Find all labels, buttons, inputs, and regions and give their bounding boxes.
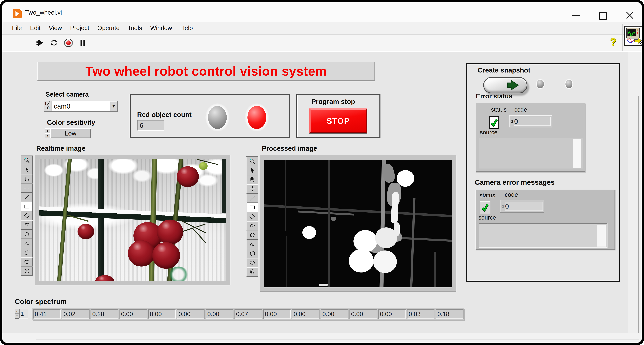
realtime-image-canvas[interactable]	[39, 159, 226, 281]
rotated-rect-tool[interactable]	[246, 212, 258, 221]
realtime-image-toolbar	[21, 155, 33, 276]
camera-dropdown[interactable]: I 0 cam0 ▼	[44, 101, 118, 112]
select-tool[interactable]	[246, 166, 258, 175]
point-tool[interactable]	[246, 184, 258, 194]
menu-project[interactable]: Project	[70, 24, 89, 31]
window-title: Two_wheel.vi	[25, 2, 62, 21]
spectrum-index-spinner: ▲ ▼	[15, 309, 19, 319]
rotated-rect-tool-icon	[23, 212, 30, 219]
menu-bar: FileEditViewProjectOperateToolsWindowHel…	[2, 21, 642, 35]
line-tool-icon	[249, 195, 256, 202]
status-indicator	[489, 116, 499, 129]
spectrum-cell: 0.00	[292, 310, 320, 319]
rotated-rect-tool[interactable]	[21, 211, 33, 220]
line-tool[interactable]	[21, 193, 33, 202]
spectrum-cell: 0.07	[234, 310, 262, 319]
toolbar-divider	[622, 24, 623, 51]
annulus-tool[interactable]	[21, 267, 33, 276]
run-continuous-icon	[50, 38, 59, 47]
create-snapshot-button[interactable]	[483, 77, 527, 93]
menu-file[interactable]: File	[12, 24, 22, 31]
polyline-tool[interactable]	[21, 220, 33, 230]
spectrum-cell: 0.28	[91, 310, 118, 319]
polygon-tool[interactable]	[21, 230, 33, 239]
vi-icon[interactable]: 3	[624, 26, 644, 46]
freehand-region-tool[interactable]	[246, 249, 258, 258]
led-red-indicator	[245, 103, 269, 131]
polyline-tool[interactable]	[246, 221, 258, 231]
spectrum-cell: 0.00	[148, 310, 176, 319]
line-tool[interactable]	[246, 194, 258, 203]
stop-button[interactable]: STOP	[309, 108, 367, 133]
spin-up-button[interactable]: ▲	[15, 309, 19, 314]
pan-tool[interactable]	[246, 175, 258, 184]
menu-operate[interactable]: Operate	[98, 24, 120, 31]
polyline-tool-icon	[23, 221, 30, 228]
minimize-button[interactable]	[568, 2, 585, 20]
source-scrollbar[interactable]	[598, 225, 606, 247]
run-button[interactable]	[35, 38, 45, 48]
close-button[interactable]	[621, 2, 638, 20]
source-label: source	[480, 129, 498, 136]
freehand-line-tool[interactable]	[246, 240, 258, 249]
spin-up-button[interactable]: ▲	[45, 128, 50, 133]
run-continuously-button[interactable]	[49, 38, 59, 48]
point-tool-icon	[23, 185, 30, 192]
menu-help[interactable]: Help	[180, 24, 193, 31]
horizontal-scrollbar[interactable]	[36, 339, 639, 340]
check-icon	[490, 118, 498, 127]
pause-button[interactable]	[78, 38, 88, 48]
select-tool[interactable]	[21, 165, 33, 174]
snapshot-error-panel: Create snapshot Error status status code…	[466, 63, 620, 282]
annulus-tool[interactable]	[246, 267, 258, 277]
point-tool-icon	[249, 185, 256, 192]
source-scrollbar[interactable]	[573, 139, 581, 168]
pan-tool[interactable]	[21, 174, 33, 183]
color-sensitivity-control: ▲ ▼ Low	[45, 128, 91, 138]
menu-tools[interactable]: Tools	[128, 24, 142, 31]
polygon-tool[interactable]	[246, 231, 258, 240]
vertical-scrollbar[interactable]	[638, 96, 639, 333]
context-help-icon[interactable]: ?	[610, 36, 616, 48]
freehand-region-tool[interactable]	[21, 248, 33, 257]
maximize-button[interactable]	[594, 2, 612, 20]
check-icon	[481, 203, 489, 212]
code-label: code	[505, 191, 518, 198]
snapshot-led-1	[536, 79, 545, 89]
error-status-label: Error status	[476, 92, 512, 100]
spectrum-cell: 0.00	[120, 310, 147, 319]
menu-window[interactable]: Window	[150, 24, 172, 31]
spin-down-button[interactable]: ▼	[45, 133, 50, 138]
camera-dropdown-value[interactable]: cam0	[52, 101, 110, 111]
oval-tool[interactable]	[246, 258, 258, 267]
realtime-image-label: Realtime image	[36, 144, 86, 152]
rectangle-tool[interactable]	[246, 203, 258, 212]
menu-edit[interactable]: Edit	[30, 24, 40, 31]
abort-button[interactable]	[63, 38, 74, 48]
select-tool-icon	[249, 167, 256, 174]
red-count-label: Red object count	[137, 111, 192, 119]
freehand-line-tool[interactable]	[21, 239, 33, 248]
freehand-region-tool-icon	[249, 250, 256, 257]
oval-tool-icon	[249, 259, 256, 266]
sensitivity-value[interactable]: Low	[50, 128, 91, 138]
title-bar: Two_wheel.vi	[2, 2, 642, 21]
processed-image-display[interactable]	[260, 155, 456, 292]
labview-app-icon	[13, 9, 22, 18]
oval-tool[interactable]	[21, 257, 33, 267]
zoom-tool[interactable]	[21, 156, 33, 165]
spin-down-button[interactable]: ▼	[15, 314, 19, 319]
rectangle-tool[interactable]	[21, 202, 33, 211]
code-label: code	[514, 106, 527, 113]
camera-errors-label: Camera error messages	[475, 178, 555, 186]
menu-view[interactable]: View	[49, 24, 62, 31]
status-indicator	[480, 201, 490, 214]
point-tool[interactable]	[21, 184, 33, 193]
snapshot-led-2	[564, 79, 574, 89]
spectrum-index-value[interactable]: 1	[19, 309, 28, 319]
zoom-tool[interactable]	[246, 157, 258, 166]
processed-image-canvas[interactable]	[264, 160, 452, 287]
camera-dropdown-arrow-button[interactable]: ▼	[110, 101, 117, 111]
realtime-image-display[interactable]	[35, 155, 230, 285]
sensitivity-spinner: ▲ ▼	[45, 128, 50, 138]
